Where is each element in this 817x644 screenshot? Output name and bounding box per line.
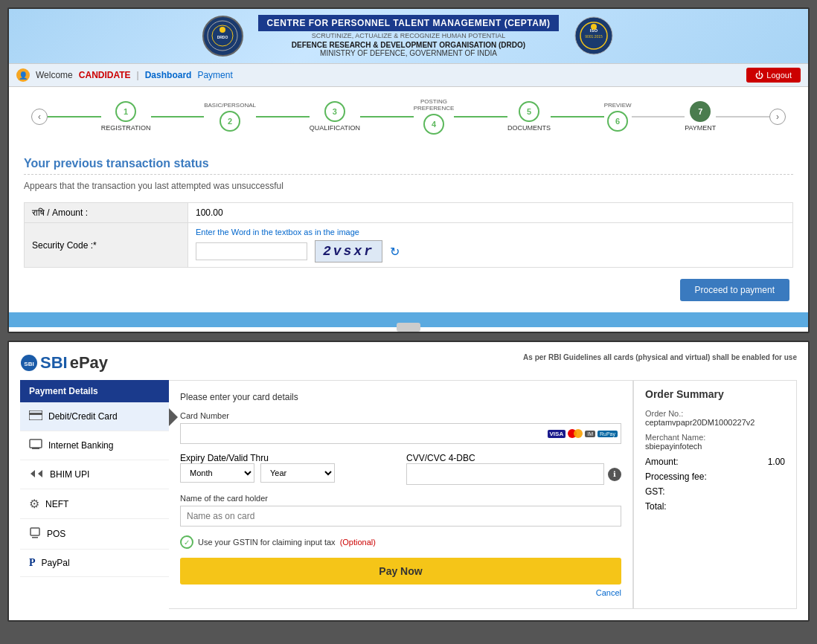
cvv-info-button[interactable]: ℹ [608,468,621,481]
svg-rect-14 [32,448,39,449]
step-4-circle: 4 [423,114,444,135]
step-6-top-label: PREVIEW [604,102,632,109]
drdo-logo-left: DRDO [202,16,243,57]
header-center: CENTRE FOR PERSONNEL TALENT MANAGEMENT (… [258,15,560,57]
content-area: Your previous transaction status Appears… [9,146,808,312]
cardholder-input[interactable] [180,506,621,527]
step-line-5 [454,116,507,117]
amount-summary-value: 1.00 [768,457,785,467]
nav-payment-link[interactable]: Payment [197,70,232,80]
nav-left: 👤 Welcome CANDIDATE | Dashboard Payment [16,68,233,82]
order-no-label: Order No.: [645,409,785,418]
step-2-circle: 2 [220,111,240,132]
debit-card-icon [29,410,42,423]
merchant-label: Merchant Name: [645,433,785,442]
step-3-circle: 3 [324,101,345,122]
upi-icon [29,468,44,481]
step-5-wrapper: 5 DOCUMENTS [507,101,551,132]
iso-logo-right: ISO 9001:2015 [574,16,615,57]
svg-point-8 [591,24,597,30]
org-name: CENTRE FOR PERSONNEL TALENT MANAGEMENT (… [258,15,560,31]
power-icon: ⏻ [755,71,763,80]
payment-layout: Payment Details Debit/Credit Card [20,380,797,609]
rbi-note: As per RBI Guidelines all cards (physica… [523,353,797,361]
step-1-wrapper: 1 REGISTRATION [101,101,151,132]
cancel-link[interactable]: Cancel [180,588,621,597]
gstin-text: Use your GSTIN for claiming input tax [198,538,336,547]
debit-credit-label: Debit/Credit Card [48,411,118,422]
sidebar-item-neft[interactable]: ⚙ NEFT [20,489,169,519]
cvv-wrapper: ℹ [406,463,621,485]
sbi-header: SBI SBIePay As per RBI Guidelines all ca… [20,353,797,373]
sidebar-item-internet-banking[interactable]: Internet Banking [20,431,169,460]
pos-label: POS [47,529,65,539]
imps-icon: IM [585,431,595,437]
gstin-row: ✓ Use your GSTIN for claiming input tax … [180,535,621,549]
prev-step-button[interactable]: ‹ [31,109,48,125]
gstin-check-icon: ✓ [180,535,193,549]
step-2: 2 [220,111,240,132]
step-line-4 [360,116,414,117]
internet-banking-label: Internet Banking [48,440,113,451]
logout-button[interactable]: ⏻ Logout [746,68,801,83]
svg-point-3 [220,27,225,33]
sidebar-item-pos[interactable]: POS [20,519,169,550]
step-3-wrapper: 3 QUALIFICATION [310,101,360,132]
captcha-image: 2vsxr [315,240,382,263]
step-7-label: PAYMENT [685,124,716,132]
sbipay-panel: SBI SBIePay As per RBI Guidelines all ca… [7,341,810,622]
pay-now-button[interactable]: Pay Now [180,558,621,585]
cvv-input[interactable] [406,463,604,485]
section-title: Your previous transaction status [24,157,793,175]
order-summary-title: Order Summary [645,388,785,400]
order-no-value: ceptamvpapr20DM1000227v2 [645,418,785,427]
step-line-6 [551,116,604,117]
refresh-captcha-button[interactable]: ↻ [390,245,400,259]
svg-rect-11 [29,410,42,420]
total-label: Total: [645,501,667,512]
sidebar-item-bhim-upi[interactable]: BHIM UPI [20,460,169,489]
captcha-cell: Enter the Word in the textbox as in the … [188,223,793,268]
pos-icon [29,527,41,541]
paypal-label: PayPal [42,558,70,568]
step-2-wrapper: BASIC/PERSONAL 2 [204,102,256,132]
year-select[interactable]: Year 202420252026 202720282029 [260,463,335,483]
step-4-top-label: POSTINGPREFERENCE [414,98,455,112]
sbi-logo-icon: SBI [20,354,38,372]
expiry-label: Expiry Date/Valid Thru [180,453,269,463]
proceed-to-payment-button[interactable]: Proceed to payment [680,279,789,301]
payment-sidebar: Payment Details Debit/Credit Card [20,380,169,609]
step-5-label: DOCUMENTS [507,124,551,132]
bhim-upi-label: BHIM UPI [50,469,89,480]
rupay-icon: RuPay [597,431,618,437]
sbi-text: SBI [40,353,68,373]
svg-text:SBI: SBI [24,361,33,367]
nav-bar: 👤 Welcome CANDIDATE | Dashboard Payment … [9,63,808,87]
card-number-label: Card Number [180,411,621,420]
epay-text: ePay [70,353,108,373]
cvv-label: CVV/CVC 4-DBC [406,453,475,463]
payment-details-header: Payment Details [20,380,169,402]
step-5: 5 DOCUMENTS [507,101,551,132]
nav-dashboard-link[interactable]: Dashboard [145,70,192,80]
user-icon: 👤 [16,68,30,82]
amount-value: 100.00 [188,203,793,223]
merchant-row: Merchant Name: sbiepayinfotech [645,433,785,451]
tagline: SCRUTINIZE, ACTUALIZE & RECOGNIZE HUMAN … [258,32,560,39]
paypal-icon: P [29,557,36,569]
payment-main-form: Please enter your card details Card Numb… [169,380,633,609]
amount-label: राषि / Amount : [25,203,188,223]
svg-rect-15 [31,528,39,535]
sidebar-item-debit-credit[interactable]: Debit/Credit Card [20,402,169,431]
cvv-group: CVV/CVC 4-DBC ℹ [406,453,621,485]
stepper: ‹ 1 REGISTRATION BASIC/PERSONAL 2 3 [31,98,786,135]
sidebar-arrow [169,408,178,426]
svg-text:DRDO: DRDO [217,35,228,39]
month-select[interactable]: Month 010203 040506 070809 101112 [180,463,254,483]
step-4: 4 [423,114,444,135]
step-line-8 [716,116,769,117]
sidebar-item-paypal[interactable]: P PayPal [20,550,169,577]
security-code-input[interactable] [196,242,307,260]
nav-welcome: Welcome [36,70,73,80]
next-step-button[interactable]: › [769,109,786,125]
